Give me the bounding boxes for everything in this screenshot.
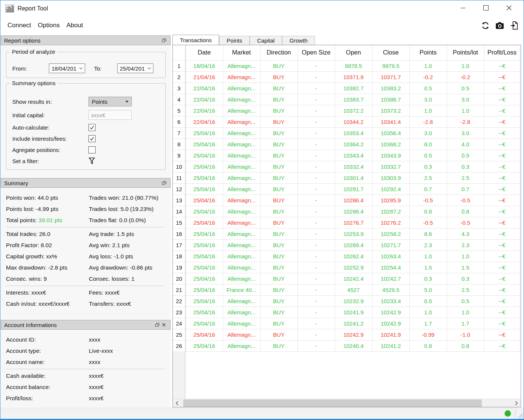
export-button[interactable] [509,21,519,30]
tab-growth[interactable]: Growth [282,36,315,45]
float-panel-button[interactable] [154,321,160,328]
column-header-profit-loss[interactable]: Profit/Loss [484,45,520,60]
table-cell: BUY [260,206,297,217]
agregate-positions-checkbox[interactable] [88,146,96,153]
account-info-row: Account type:Live-xxxx [6,345,165,357]
total-points-value: 39.01 pts [38,217,62,223]
close-panel-button[interactable] [160,321,167,328]
table-row[interactable]: 221/04/16Allemagn...BUY-10371.910371.7-0… [173,71,520,83]
row-number: 14 [173,206,185,217]
table-row[interactable]: 322/04/16Allemagn...BUY-10382.710383.20.… [173,83,520,94]
summary-header[interactable]: Summary [1,178,171,188]
scrollbar-thumb[interactable] [183,399,482,407]
app-window: Report Tool ConnectOptionsAbout [0,0,524,420]
table-row[interactable]: 1625/04/16Allemagn...BUY-10253.910258.28… [173,228,520,239]
float-panel-button[interactable] [160,37,167,44]
summary-stat: Avg trade: 1.5 pts [89,231,165,237]
table-row[interactable]: 925/04/16Allemagn...BUY-10343.410343.90.… [173,150,520,161]
table-row[interactable]: 2525/04/16Allemagn...BUY-10242.910241.9-… [173,329,520,340]
show-results-select[interactable]: Points [88,97,132,106]
chevron-right-icon [515,401,518,405]
table-cell: --€ [484,239,520,251]
table-cell: 25/04/16 [185,150,223,161]
table-cell: Allemagn... [223,94,260,105]
screenshot-button[interactable] [495,21,505,30]
include-interests-checkbox[interactable] [88,135,96,142]
table-row[interactable]: 825/04/16Allemagn...BUY-10364.210368.28.… [173,139,520,150]
table-row[interactable]: 1825/04/16Allemagn...BUY-10262.410263.41… [173,251,520,262]
table-row[interactable]: 2325/04/16Allemagn...BUY-10241.910242.91… [173,307,520,318]
account-info-value: xxxx€ [89,373,165,379]
column-header-open[interactable]: Open [335,45,372,60]
table-cell: Allemagn... [223,71,260,83]
table-cell: --€ [484,94,520,105]
auto-calculate-checkbox[interactable] [88,124,96,131]
table-cell: --€ [484,273,520,284]
menu-item-options[interactable]: Options [34,20,63,31]
column-header-close[interactable]: Close [372,45,409,60]
row-number: 18 [173,251,185,262]
column-header-direction[interactable]: Direction [260,45,297,60]
table-cell: BUY [260,183,297,195]
table-row[interactable]: 1725/04/16Allemagn...BUY-10269.410271.72… [173,239,520,251]
table-row[interactable]: 2625/04/16Allemagn...BUY-10240.410241.20… [173,340,520,351]
close-button[interactable] [498,1,521,15]
row-header-strip [173,351,185,399]
table-cell: 10242.9 [372,318,409,329]
scroll-right-button[interactable] [513,399,520,407]
table-row[interactable]: 1225/04/16Allemagn...BUY-10291.710292.40… [173,183,520,195]
table-row[interactable]: 1425/04/16Allemagn...BUY-10286.410287.20… [173,206,520,217]
maximize-button[interactable] [474,1,498,15]
title-bar[interactable]: Report Tool [0,0,524,17]
horizontal-scrollbar[interactable] [173,399,521,407]
table-row[interactable]: 2225/04/16Allemagn...BUY-10232.910233.40… [173,295,520,307]
summary-stat: Transfers: xxxx€ [89,301,165,307]
from-date-select[interactable]: 18/04/201 [49,63,85,73]
table-row[interactable]: 2425/04/16Allemagn...BUY-10241.210242.91… [173,318,520,329]
column-header-points-lot[interactable]: Points/lot [447,45,484,60]
table-cell: 25/04/16 [185,217,223,228]
table-row[interactable]: 725/04/16Allemagn...BUY-10353.410356.43.… [173,127,520,139]
column-header-points[interactable]: Points [409,45,447,60]
table-row[interactable]: 622/04/16Allemagn...BUY-10344.210341.4-2… [173,116,520,127]
table-row[interactable]: 422/04/16Allemagn...BUY-10383.710386.73.… [173,94,520,105]
table-row[interactable]: 1025/04/16Allemagn...BUY-10332.410332.70… [173,161,520,172]
tab-points[interactable]: Points [219,36,250,45]
table-cell: - [297,105,335,116]
menu-item-about[interactable]: About [63,20,86,31]
table-row[interactable]: 1125/04/16Allemagn...BUY-10301.410303.92… [173,172,520,183]
row-number: 21 [173,284,185,295]
table-row[interactable]: 1325/04/16Allemagn...BUY-10286.410285.9-… [173,195,520,206]
table-row[interactable]: 1925/04/16Allemagn...BUY-10252.910254.41… [173,262,520,273]
report-options-header[interactable]: Report options [1,35,171,45]
resize-grip[interactable] [518,414,523,418]
table-cell: Allemagn... [223,116,260,127]
table-row[interactable]: 2125/04/16France 40...BUY-45274529.55.02… [173,284,520,295]
menu-item-connect[interactable]: Connect [4,20,34,31]
scroll-left-button[interactable] [174,399,180,407]
table-cell: - [297,161,335,172]
funnel-filter-icon[interactable] [89,158,95,164]
to-date-select[interactable]: 25/04/201 [117,63,153,73]
tab-capital[interactable]: Capital [250,36,282,45]
initial-capital-input[interactable] [88,110,132,120]
table-row[interactable]: 522/04/16Allemagn...BUY-10372.210373.21.… [173,105,520,116]
tab-transactions[interactable]: Transactions [172,35,219,45]
table-cell: - [297,150,335,161]
account-informations-header[interactable]: Account Informations [1,320,171,330]
column-header-date[interactable]: Date [185,45,223,60]
table-row[interactable]: 118/04/16Allemagn...BUY-9978.59979.51.01… [173,60,520,71]
account-info-label: Account balance: [6,384,89,391]
panel-summary: Summary Points won: 44.0 ptsTrades won: … [1,178,171,320]
table-cell: 25/04/16 [185,340,223,351]
minimize-button[interactable] [451,1,474,15]
account-info-row: Account balance:xxxx€ [6,382,165,393]
refresh-button[interactable] [480,21,490,30]
table-row[interactable]: 2025/04/16Allemagn...BUY-10242.410242.70… [173,273,520,284]
float-icon [162,38,166,43]
column-header-market[interactable]: Market [223,45,260,60]
table-row[interactable]: 1525/04/16Allemagn...BUY-10276.710276.2-… [173,217,520,228]
float-panel-button[interactable] [160,180,167,186]
table-cell: 10364.2 [335,139,372,150]
column-header-open-size[interactable]: Open Size [297,45,335,60]
